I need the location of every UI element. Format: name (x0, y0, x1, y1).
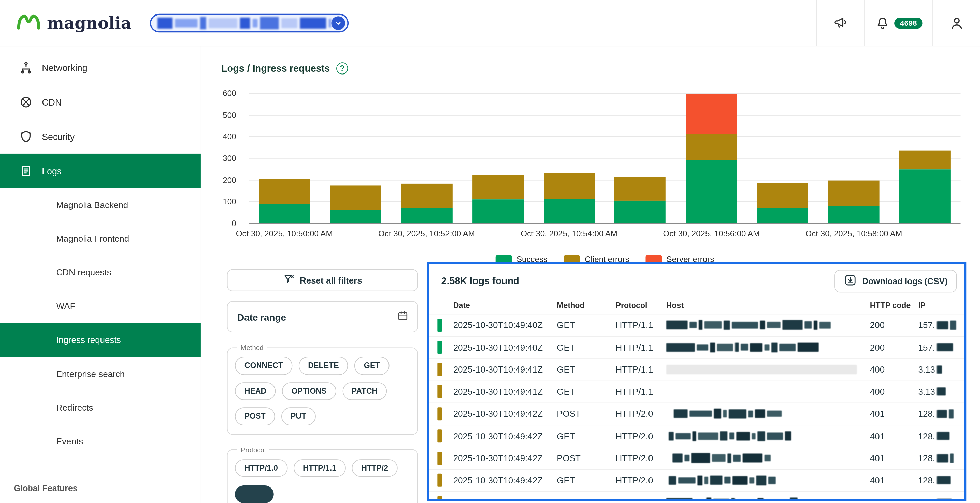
protocol-chip-http-1-0[interactable]: HTTP/1.0 (235, 459, 287, 477)
redacted-block (689, 322, 697, 328)
x-tick-label: Oct 30, 2025, 10:56:00 AM (663, 228, 760, 238)
cell-http-code: 401 (870, 498, 918, 501)
filters-panel: Reset all filters Date range Method CONN… (227, 269, 418, 503)
ip-redaction (937, 388, 946, 396)
x-tick-label: Oct 30, 2025, 10:58:00 AM (806, 228, 902, 238)
sidebar-item-logs[interactable]: Logs (0, 154, 200, 188)
log-row[interactable]: 2025-10-30T10:49:41ZGETHTTP/1.14003.13 (429, 381, 964, 403)
redacted-block (240, 17, 250, 28)
sidebar-item-cdn[interactable]: CDN (0, 85, 200, 119)
log-row[interactable]: 2025-10-30T10:49:42ZPOSTHTTP/2.0401128. (429, 403, 964, 425)
log-row[interactable]: 2025-10-30T10:49:40ZGETHTTP/1.1200157. (429, 314, 964, 336)
chart-gridline (249, 223, 961, 224)
ip-text: 3.13 (918, 365, 935, 374)
chart-x-axis: Oct 30, 2025, 10:50:00 AMOct 30, 2025, 1… (249, 228, 961, 241)
method-chip-post[interactable]: POST (235, 407, 275, 425)
cell-host (667, 453, 870, 463)
bar-10:56[interactable] (686, 94, 737, 223)
method-chip-patch[interactable]: PATCH (342, 382, 387, 400)
cell-date: 2025-10-30T10:49:42Z (453, 431, 557, 441)
redacted-block (937, 365, 942, 373)
cell-protocol: HTTP/2.0 (616, 475, 667, 486)
bar-10:54[interactable] (544, 173, 595, 223)
sidebar-subitem-ingress-requests[interactable]: Ingress requests (0, 323, 200, 357)
sidebar-subitem-redirects[interactable]: Redirects (0, 390, 200, 424)
chart-gridline (249, 114, 961, 115)
method-chip-connect[interactable]: CONNECT (235, 357, 293, 374)
redacted-block (783, 320, 802, 330)
announcements-button[interactable] (816, 0, 864, 46)
log-row[interactable]: 2025-10-30T10:49:42ZGETHTTP/2.0401128. (429, 470, 964, 492)
status-indicator (438, 385, 442, 398)
redacted-block (950, 320, 957, 330)
method-chip-delete[interactable]: DELETE (299, 357, 348, 374)
log-row[interactable]: 2025-10-30T10:49:42ZGETHTTP/2.0401128. (429, 425, 964, 447)
protocol-chip-partial[interactable] (235, 486, 274, 503)
method-chip-put[interactable]: PUT (281, 407, 316, 425)
download-logs-button[interactable]: Download logs (CSV) (834, 270, 957, 293)
logs-results-panel: 2.58K logs found Download logs (CSV) Dat… (427, 262, 966, 501)
bar-10:53[interactable] (472, 175, 523, 223)
bar-10:50[interactable] (259, 179, 310, 223)
bar-10:52[interactable] (401, 184, 452, 223)
x-tick-label: Oct 30, 2025, 10:54:00 AM (521, 228, 617, 238)
protocol-chip-http-1-1[interactable]: HTTP/1.1 (293, 459, 346, 477)
reset-filters-button[interactable]: Reset all filters (227, 269, 418, 291)
column-header-date[interactable]: Date (453, 301, 557, 310)
filter-reset-icon (283, 274, 294, 287)
method-chip-get[interactable]: GET (355, 357, 389, 374)
cell-protocol: HTTP/2.0 (616, 409, 667, 419)
status-indicator (438, 451, 442, 465)
protocol-chip-http-2[interactable]: HTTP/2 (352, 459, 397, 477)
cell-protocol: HTTP/1.1 (616, 342, 667, 352)
column-header-host[interactable]: Host (667, 301, 870, 310)
method-chip-head[interactable]: HEAD (235, 382, 276, 400)
brand-logo[interactable]: magnolia (16, 13, 132, 32)
project-selector[interactable] (150, 13, 349, 32)
redacted-block (705, 477, 708, 484)
redacted-block (699, 320, 702, 330)
sidebar-subitem-enterprise-search[interactable]: Enterprise search (0, 357, 200, 390)
redacted-block (669, 432, 674, 440)
column-header-protocol[interactable]: Protocol (616, 301, 667, 310)
redacted-block (732, 476, 747, 485)
sidebar-subitem-magnolia-backend[interactable]: Magnolia Backend (0, 188, 200, 222)
ip-text: 3.13 (918, 387, 935, 397)
bar-segment-client-errors (615, 177, 666, 201)
log-row[interactable]: 2025-10-30T10:49:42ZPOSTHTTP/2.0401128. (429, 447, 964, 470)
redacted-block (937, 454, 948, 462)
protocol-chips: HTTP/1.0HTTP/1.1HTTP/2 (235, 456, 410, 477)
cell-protocol: HTTP/1.1 (616, 387, 667, 397)
method-chip-options[interactable]: OPTIONS (282, 382, 336, 400)
app-window: magnolia (0, 0, 980, 503)
bar-10:51[interactable] (330, 186, 381, 223)
sidebar-subitem-waf[interactable]: WAF (0, 289, 200, 323)
bar-segment-client-errors (401, 184, 452, 208)
cell-method: POST (557, 409, 616, 419)
log-row[interactable]: 2025-10-30T10:49:42ZPOSTHTTP/1.1401140. (429, 492, 964, 501)
column-header-http-code[interactable]: HTTP code (870, 301, 918, 310)
cell-protocol: HTTP/2.0 (616, 431, 667, 441)
log-row[interactable]: 2025-10-30T10:49:41ZGETHTTP/1.14003.13 (429, 359, 964, 381)
cell-method: GET (557, 431, 616, 441)
bar-10:59[interactable] (899, 150, 951, 223)
help-icon[interactable]: ? (336, 62, 348, 74)
user-menu-button[interactable] (932, 0, 980, 46)
cell-host (667, 409, 870, 419)
sidebar-subitem-magnolia-frontend[interactable]: Magnolia Frontend (0, 222, 200, 255)
log-row[interactable]: 2025-10-30T10:49:40ZGETHTTP/1.1200157. (429, 336, 964, 359)
bar-10:58[interactable] (828, 181, 880, 223)
date-range-filter[interactable]: Date range (227, 301, 418, 332)
column-header-method[interactable]: Method (557, 301, 616, 310)
sidebar-subitem-cdn-requests[interactable]: CDN requests (0, 255, 200, 289)
ip-text: 128. (918, 409, 935, 419)
sidebar-item-security[interactable]: Security (0, 119, 200, 154)
sidebar-subitem-events[interactable]: Events (0, 424, 200, 458)
sidebar-secondary: Magnolia BackendMagnolia FrontendCDN req… (0, 188, 200, 458)
bar-10:57[interactable] (757, 183, 808, 223)
bar-10:55[interactable] (615, 177, 666, 223)
redacted-block (767, 432, 783, 440)
column-header-ip[interactable]: IP (918, 301, 964, 310)
notifications-button[interactable]: 4698 (864, 0, 932, 46)
sidebar-item-networking[interactable]: Networking (0, 51, 200, 85)
